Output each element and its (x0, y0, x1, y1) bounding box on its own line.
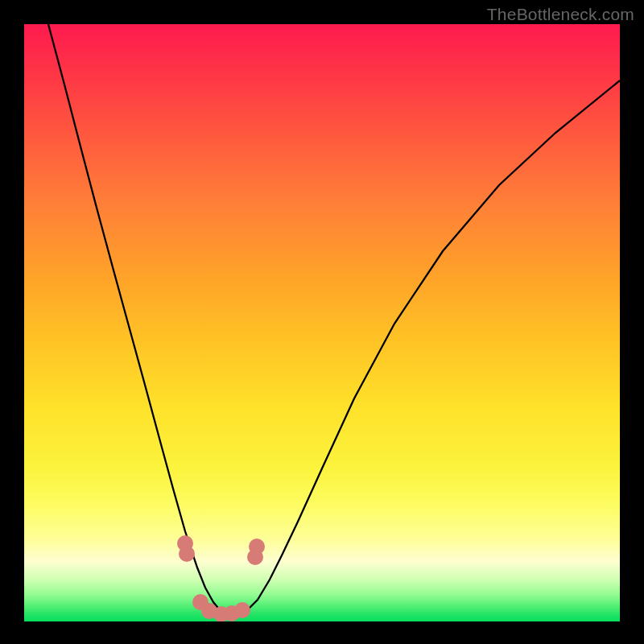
plot-area (24, 24, 620, 621)
trough-dot (234, 602, 250, 618)
watermark-text: TheBottleneck.com (487, 5, 634, 24)
bottleneck-curve (48, 24, 620, 616)
trough-dots (177, 535, 265, 621)
trough-dot (179, 546, 195, 562)
curve-layer (24, 24, 620, 621)
trough-dot (249, 539, 265, 555)
chart-frame: TheBottleneck.com (0, 0, 644, 644)
